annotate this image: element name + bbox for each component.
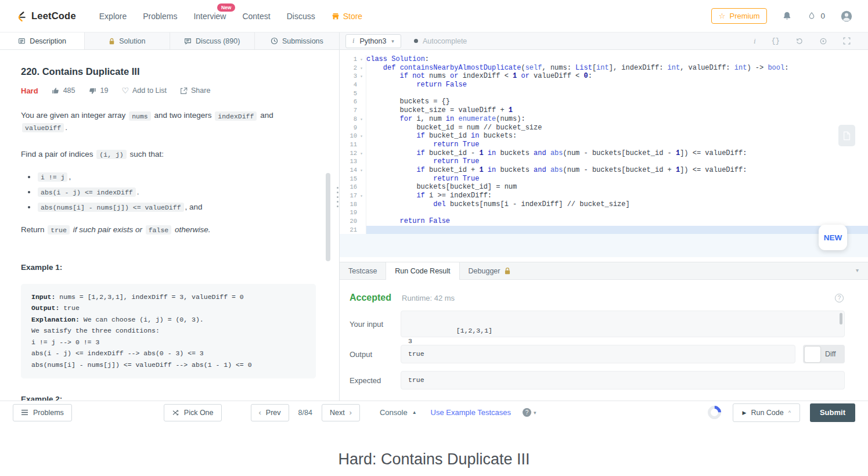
notes-fab-button[interactable] xyxy=(838,125,855,146)
code-line[interactable]: 4 return False xyxy=(340,81,868,89)
code-line[interactable]: 17▾ if i >= indexDiff: xyxy=(340,192,868,200)
premium-button[interactable]: ☆ Premium xyxy=(711,8,768,24)
code-line[interactable]: 19 xyxy=(340,208,868,217)
nav-explore[interactable]: Explore xyxy=(99,12,127,21)
description-scrollbar[interactable] xyxy=(326,173,330,261)
code-line[interactable]: 16 buckets[bucket_id] = num xyxy=(340,183,868,192)
code-line[interactable]: 3▾ if not nums or indexDiff < 1 or value… xyxy=(340,72,868,81)
code-text[interactable] xyxy=(366,208,868,217)
use-example-testcases-link[interactable]: Use Example Testcases xyxy=(431,408,512,417)
add-to-list-button[interactable]: ♡ Add to List xyxy=(121,86,167,95)
code-text[interactable]: if i >= indexDiff: xyxy=(366,192,868,200)
nav-contest[interactable]: Contest xyxy=(242,12,270,21)
code-text[interactable]: class Solution: xyxy=(366,55,868,64)
code-line[interactable]: 15 return True xyxy=(340,175,868,183)
nav-problems[interactable]: Problems xyxy=(143,12,177,21)
code-text[interactable]: del buckets[nums[i - indexDiff] // bucke… xyxy=(366,200,868,209)
code-line[interactable]: 14▾ if bucket_id + 1 in buckets and abs(… xyxy=(340,166,868,175)
like-button[interactable]: 485 xyxy=(52,86,75,95)
leetcode-logo[interactable]: LeetCode xyxy=(15,9,76,23)
pick-one-button[interactable]: Pick One xyxy=(164,404,222,421)
fold-arrow-icon[interactable]: ▾ xyxy=(357,149,366,158)
code-line[interactable]: 6 buckets = {} xyxy=(340,98,868,106)
tab-debugger[interactable]: Debugger xyxy=(460,262,520,279)
code-line[interactable]: 9 bucket_id = num // bucket_size xyxy=(340,124,868,132)
code-line[interactable]: 5 xyxy=(340,89,868,98)
code-text[interactable]: if bucket_id + 1 in buckets and abs(num … xyxy=(366,166,868,175)
streak-counter[interactable]: 0 xyxy=(807,10,825,21)
help-icon[interactable]: ? xyxy=(835,294,844,302)
panel-resize-handle[interactable] xyxy=(337,187,338,207)
code-line[interactable]: 1▾class Solution: xyxy=(340,55,868,64)
info-icon[interactable]: i xyxy=(754,37,756,46)
fold-arrow-icon[interactable]: ▾ xyxy=(357,115,366,124)
code-line[interactable]: 2▾ def containsNearbyAlmostDuplicate(sel… xyxy=(340,64,868,73)
code-line[interactable]: 12▾ if bucket_id - 1 in buckets and abs(… xyxy=(340,149,868,158)
your-input-box[interactable]: [1,2,3,1] 3 xyxy=(401,311,845,337)
code-text[interactable]: if bucket_id in buckets: xyxy=(366,132,868,140)
code-line[interactable]: 18 del buckets[nums[i - indexDiff] // bu… xyxy=(340,200,868,209)
code-line[interactable]: 11 return True xyxy=(340,140,868,149)
code-line[interactable]: 10▾ if bucket_id in buckets: xyxy=(340,132,868,140)
new-feature-badge[interactable]: NEW xyxy=(819,225,847,250)
diff-toggle-knob[interactable] xyxy=(805,347,820,362)
submit-button[interactable]: Submit xyxy=(810,403,855,422)
code-text[interactable]: return False xyxy=(366,81,868,89)
settings-gear-icon[interactable] xyxy=(819,37,827,45)
code-text[interactable]: bucket_size = valueDiff + 1 xyxy=(366,106,868,115)
diff-toggle[interactable]: Diff xyxy=(803,345,845,363)
nav-discuss[interactable]: Discuss xyxy=(287,12,315,21)
tab-description[interactable]: Description xyxy=(0,33,85,49)
autocomplete-toggle[interactable]: Autocomplete xyxy=(414,37,467,45)
help-dropdown[interactable]: ? ▾ xyxy=(523,408,536,417)
tab-solution[interactable]: Solution xyxy=(85,33,170,49)
fold-arrow-icon[interactable]: ▾ xyxy=(357,166,366,175)
code-text[interactable]: bucket_id = num // bucket_size xyxy=(366,124,868,132)
run-code-button[interactable]: ▶ Run Code ^ xyxy=(733,403,799,422)
console-toggle[interactable]: Console ▲ xyxy=(380,408,417,417)
fold-arrow-icon[interactable]: ▾ xyxy=(357,64,366,73)
input-scrollbar[interactable] xyxy=(840,313,842,324)
share-button[interactable]: Share xyxy=(180,86,210,95)
code-text[interactable] xyxy=(366,89,868,98)
fold-arrow-icon[interactable]: ▾ xyxy=(357,132,366,140)
notifications-bell-icon[interactable] xyxy=(782,10,792,21)
tab-submissions[interactable]: Submissions xyxy=(255,33,339,49)
code-text[interactable] xyxy=(366,226,868,235)
language-select[interactable]: i Python3 ▾ xyxy=(345,34,401,48)
fullscreen-icon[interactable] xyxy=(843,37,851,45)
code-text[interactable]: if not nums or indexDiff < 1 or valueDif… xyxy=(366,72,868,81)
fold-arrow-icon[interactable]: ▾ xyxy=(357,72,366,81)
code-text[interactable]: for i, num in enumerate(nums): xyxy=(366,115,868,124)
code-text[interactable]: buckets[bucket_id] = num xyxy=(366,183,868,192)
code-text[interactable]: return False xyxy=(366,217,868,226)
tab-discuss[interactable]: Discuss (890) xyxy=(170,33,255,49)
tab-testcase[interactable]: Testcase xyxy=(340,262,386,279)
code-text[interactable]: def containsNearbyAlmostDuplicate(self, … xyxy=(366,64,868,73)
reset-icon[interactable] xyxy=(795,37,804,45)
fold-arrow-icon[interactable]: ▾ xyxy=(357,192,366,200)
tab-run-code-result[interactable]: Run Code Result xyxy=(386,262,459,280)
code-line[interactable]: 21 xyxy=(340,226,868,235)
prev-button[interactable]: ‹ Prev xyxy=(251,404,289,421)
editor-empty-area[interactable] xyxy=(340,234,868,257)
fold-arrow-icon[interactable]: ▾ xyxy=(357,55,366,64)
code-line[interactable]: 20 return False xyxy=(340,217,868,226)
collapse-panel-icon[interactable]: ▾ xyxy=(856,267,859,273)
avatar[interactable] xyxy=(840,10,853,23)
code-text[interactable]: return True xyxy=(366,140,868,149)
code-text[interactable]: if bucket_id - 1 in buckets and abs(num … xyxy=(366,149,868,158)
format-braces-icon[interactable]: {} xyxy=(772,37,780,45)
code-line[interactable]: 8▾ for i, num in enumerate(nums): xyxy=(340,115,868,124)
code-text[interactable]: buckets = {} xyxy=(366,98,868,106)
code-text[interactable]: return True xyxy=(366,175,868,183)
nav-store[interactable]: Store xyxy=(332,12,362,21)
code-editor[interactable]: 1▾class Solution:2▾ def containsNearbyAl… xyxy=(340,50,868,262)
code-line[interactable]: 13 return True xyxy=(340,157,868,166)
next-button[interactable]: Next › xyxy=(322,404,360,421)
problems-list-button[interactable]: Problems xyxy=(13,404,72,421)
code-line[interactable]: 7 bucket_size = valueDiff + 1 xyxy=(340,106,868,115)
dislike-button[interactable]: 19 xyxy=(88,86,108,95)
code-text[interactable]: return True xyxy=(366,157,868,166)
nav-interview[interactable]: Interview New xyxy=(193,12,226,21)
